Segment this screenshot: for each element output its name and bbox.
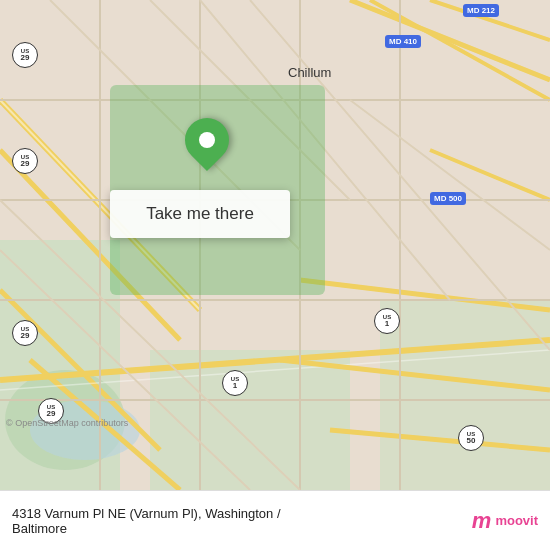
shield-md212: MD 212 [463,4,499,17]
map-container: Take me there US 29 US 29 US 29 US 29 US… [0,0,550,490]
moovit-logo: m moovit [472,508,538,534]
address-text: 4318 Varnum Pl NE (Varnum Pl), Washingto… [12,506,472,536]
moovit-m-letter: m [472,508,492,534]
svg-rect-3 [380,300,550,490]
svg-rect-2 [150,350,350,490]
shield-us50: US 50 [458,425,484,451]
shield-us1-right: US 1 [374,308,400,334]
take-me-there-button[interactable]: Take me there [110,190,290,238]
pin-marker [176,109,238,171]
shield-us29-mid: US 29 [12,148,38,174]
location-pin [185,118,229,162]
moovit-brand-text: moovit [495,513,538,528]
shield-us1-mid: US 1 [222,370,248,396]
shield-us29-lower: US 29 [12,320,38,346]
pin-center [199,132,215,148]
city-text: Baltimore [12,521,67,536]
shield-md500: MD 500 [430,192,466,205]
shield-md410: MD 410 [385,35,421,48]
shield-us29-top: US 29 [12,42,38,68]
osm-attribution: © OpenStreetMap contributors [6,418,128,428]
info-bar: 4318 Varnum Pl NE (Varnum Pl), Washingto… [0,490,550,550]
address-line: 4318 Varnum Pl NE (Varnum Pl), Washingto… [12,506,281,521]
chillum-label: Chillum [288,65,331,80]
